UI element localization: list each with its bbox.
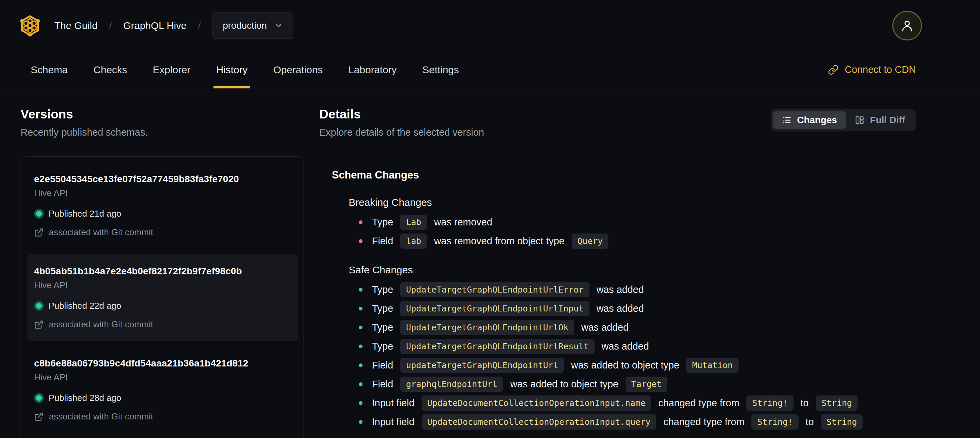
code-badge: UpdateTargetGraphQLEndpointUrlResult	[400, 339, 595, 354]
version-git-link[interactable]: associated with Git commit	[34, 411, 290, 422]
link-icon	[828, 64, 839, 75]
change-row: Input field UpdateDocumentCollectionOper…	[349, 414, 916, 430]
connect-to-cdn-button[interactable]: Connect to CDN	[828, 51, 916, 88]
code-badge: String!	[751, 414, 798, 430]
external-link-icon	[34, 320, 43, 329]
breaking-bullet-icon	[359, 239, 363, 243]
breadcrumb-project[interactable]: GraphQL Hive	[123, 20, 187, 31]
change-text: Type	[372, 322, 396, 333]
full-diff-toggle-button[interactable]: Full Diff	[846, 111, 914, 129]
user-menu-button[interactable]	[892, 11, 922, 40]
tab-checks[interactable]: Checks	[94, 51, 127, 88]
change-text: was added	[579, 322, 628, 333]
change-text: was added	[594, 303, 644, 314]
breaking-changes-list: Type Lab was removed Field lab was remov…	[349, 214, 916, 249]
versions-panel: Versions Recently published schemas. e2e…	[21, 107, 304, 438]
safe-changes-list: Type UpdateTargetGraphQLEndpointUrlError…	[349, 282, 916, 430]
code-badge: graphqlEndpointUrl	[400, 377, 503, 392]
change-text: was added	[594, 284, 644, 295]
change-row: Type UpdateTargetGraphQLEndpointUrlOk wa…	[349, 320, 916, 335]
code-badge: Lab	[400, 215, 427, 230]
version-status-label: Published 28d ago	[49, 393, 121, 403]
version-status: Published 21d ago	[34, 209, 290, 219]
change-row: Type UpdateTargetGraphQLEndpointUrlError…	[349, 282, 916, 297]
version-hash: c8b6e88a06793b9c4dfd54aaa21b36a1b421d812	[34, 358, 290, 369]
connect-to-cdn-label: Connect to CDN	[845, 64, 916, 75]
change-text: was added to object type	[508, 379, 621, 390]
tab-explorer[interactable]: Explorer	[153, 51, 191, 88]
target-selector-dropdown[interactable]: production	[212, 13, 293, 39]
code-badge: UpdateDocumentCollectionOperationInput.n…	[422, 395, 651, 411]
changes-toggle-button[interactable]: Changes	[773, 111, 846, 129]
change-text: changed type from	[655, 398, 742, 409]
version-card[interactable]: c8b6e88a06793b9c4dfd54aaa21b36a1b421d812…	[27, 347, 298, 433]
change-row: Input field UpdateDocumentCollectionOper…	[349, 395, 916, 411]
external-link-icon	[34, 412, 43, 422]
details-subtitle: Explore details of the selected version	[319, 127, 484, 138]
code-badge: updateTargetGraphQLEndpointUrl	[400, 358, 564, 373]
hive-logo-icon[interactable]	[19, 15, 41, 37]
safe-bullet-icon	[359, 401, 363, 405]
version-card[interactable]: e2e55045345ce13fe07f52a77459b83fa3fe7020…	[27, 162, 298, 249]
full-diff-toggle-label: Full Diff	[870, 115, 905, 126]
safe-bullet-icon	[359, 326, 363, 329]
status-dot-icon	[36, 211, 42, 217]
versions-title: Versions	[21, 107, 304, 121]
version-hash: 4b05ab51b1b4a7e2e4b0ef82172f2b9f7ef98c0b	[34, 266, 290, 277]
view-toggle-group: Changes Full Diff	[771, 109, 916, 131]
code-badge: Mutation	[686, 358, 738, 373]
safe-changes-title: Safe Changes	[349, 264, 916, 276]
breadcrumb-separator: /	[198, 20, 200, 31]
external-link-icon	[34, 228, 43, 237]
versions-subtitle: Recently published schemas.	[21, 127, 304, 138]
version-hash: e2e55045345ce13fe07f52a77459b83fa3fe7020	[34, 174, 290, 185]
change-row: Type UpdateTargetGraphQLEndpointUrlResul…	[349, 338, 916, 354]
version-service: Hive API	[34, 372, 290, 383]
version-status: Published 22d ago	[34, 301, 290, 311]
tab-laboratory[interactable]: Laboratory	[348, 51, 396, 88]
status-dot-icon	[36, 303, 42, 309]
breadcrumb: The Guild / GraphQL Hive / production	[54, 13, 293, 39]
version-card-selected[interactable]: 4b05ab51b1b4a7e2e4b0ef82172f2b9f7ef98c0b…	[27, 255, 298, 341]
breadcrumb-separator: /	[109, 20, 111, 31]
change-row: Type Lab was removed	[349, 214, 916, 230]
safe-bullet-icon	[359, 307, 363, 311]
code-badge: UpdateTargetGraphQLEndpointUrlError	[400, 282, 590, 297]
tab-schema[interactable]: Schema	[31, 51, 68, 88]
change-row: Field graphqlEndpointUrl was added to ob…	[349, 376, 916, 392]
chevron-down-icon	[274, 21, 283, 30]
status-dot-icon	[36, 395, 42, 401]
breaking-bullet-icon	[359, 220, 363, 224]
code-badge: Target	[625, 377, 667, 392]
change-text: to	[803, 416, 816, 428]
tab-settings[interactable]: Settings	[422, 51, 459, 88]
version-git-label: associated with Git commit	[49, 319, 153, 330]
safe-bullet-icon	[359, 382, 363, 386]
schema-changes-title: Schema Changes	[332, 169, 916, 181]
code-badge: Query	[572, 234, 608, 249]
code-badge: String!	[746, 395, 793, 411]
breadcrumb-org[interactable]: The Guild	[54, 20, 97, 31]
version-status-label: Published 22d ago	[49, 301, 121, 311]
change-text: Input field	[372, 416, 417, 428]
code-badge: UpdateDocumentCollectionOperationInput.q…	[422, 414, 656, 430]
code-badge: String	[821, 414, 863, 430]
safe-bullet-icon	[359, 363, 363, 367]
tab-operations[interactable]: Operations	[273, 51, 323, 88]
changes-toggle-label: Changes	[797, 115, 837, 126]
main-content: Versions Recently published schemas. e2e…	[0, 88, 980, 438]
breaking-changes-title: Breaking Changes	[349, 197, 916, 208]
change-text: changed type from	[661, 416, 747, 428]
version-git-link[interactable]: associated with Git commit	[34, 319, 290, 330]
change-text: Type	[372, 284, 396, 295]
change-row: Type UpdateTargetGraphQLEndpointUrlInput…	[349, 301, 916, 316]
header: The Guild / GraphQL Hive / production Sc…	[0, 0, 980, 88]
change-text: Field	[372, 236, 396, 247]
tab-history[interactable]: History	[216, 51, 248, 88]
code-badge: lab	[400, 234, 427, 249]
version-git-link[interactable]: associated with Git commit	[34, 227, 290, 237]
version-git-label: associated with Git commit	[49, 227, 153, 237]
list-icon	[782, 115, 792, 125]
user-icon	[900, 19, 914, 33]
change-text: Type	[372, 341, 396, 352]
